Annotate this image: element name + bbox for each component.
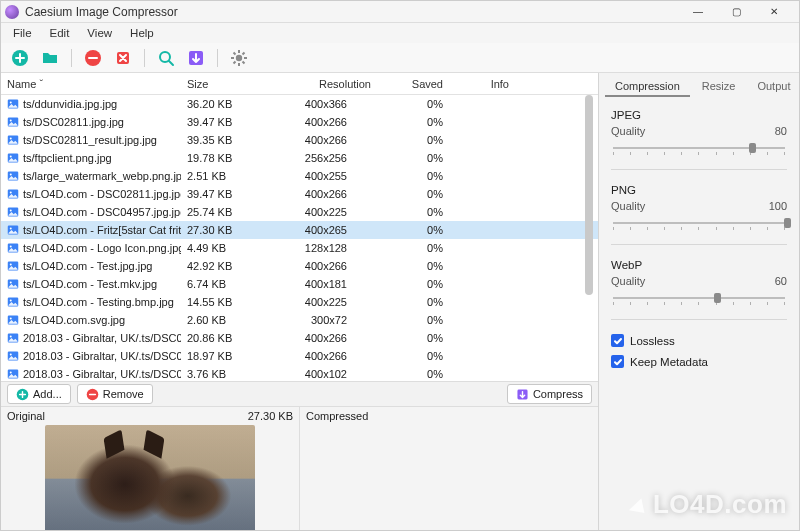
col-header-saved[interactable]: Saved (377, 73, 449, 94)
preview-original-image[interactable] (1, 425, 299, 531)
image-file-icon (7, 152, 19, 164)
file-saved: 0% (377, 278, 449, 290)
table-header[interactable]: Name ˇ Size Resolution Saved Info (1, 73, 598, 95)
file-saved: 0% (377, 206, 449, 218)
svg-point-19 (10, 210, 12, 212)
tab-compression[interactable]: Compression (605, 77, 690, 97)
scrollbar[interactable] (582, 95, 596, 381)
file-saved: 0% (377, 188, 449, 200)
table-row[interactable]: ts/LO4D.com - DSC04957.jpg.jpg25.74 KB40… (1, 203, 598, 221)
jpeg-quality-slider[interactable] (611, 141, 787, 159)
file-resolution: 400x225 (277, 206, 377, 218)
divider (611, 244, 787, 245)
preview-compressed-image[interactable] (300, 425, 598, 531)
file-name: ts/ftpclient.png.jpg (23, 152, 112, 164)
col-header-info[interactable]: Info (449, 73, 515, 94)
menubar: File Edit View Help (1, 23, 799, 43)
remove-file-button[interactable] (82, 47, 104, 69)
file-resolution: 400x181 (277, 278, 377, 290)
col-header-resolution[interactable]: Resolution (277, 73, 377, 94)
file-name: ts/LO4D.com.svg.jpg (23, 314, 125, 326)
png-quality-slider[interactable] (611, 216, 787, 234)
file-name: ts/LO4D.com - Test.mkv.jpg (23, 278, 157, 290)
file-size: 14.55 KB (181, 296, 277, 308)
file-size: 39.47 KB (181, 116, 277, 128)
clear-list-button[interactable] (112, 47, 134, 69)
divider (611, 319, 787, 320)
right-tabs: Compression Resize Output (599, 73, 799, 97)
table-row[interactable]: 2018.03 - Gibraltar, UK/.ts/DSC04602-Edi… (1, 365, 598, 381)
menu-file[interactable]: File (5, 25, 40, 41)
svg-point-37 (10, 372, 12, 374)
table-row[interactable]: 2018.03 - Gibraltar, UK/.ts/DSC04595.jpg… (1, 329, 598, 347)
lossless-checkbox[interactable]: Lossless (611, 334, 787, 347)
table-row[interactable]: ts/DSC02811.jpg.jpg39.47 KB400x2660% (1, 113, 598, 131)
tab-output[interactable]: Output (747, 77, 800, 97)
svg-point-13 (10, 156, 12, 158)
table-row[interactable]: ts/LO4D.com - Test.mkv.jpg6.74 KB400x181… (1, 275, 598, 293)
add-folder-button[interactable] (39, 47, 61, 69)
table-row[interactable]: ts/LO4D.com - Logo Icon.png.jpg4.49 KB12… (1, 239, 598, 257)
file-name: ts/large_watermark_webp.png.jpg (23, 170, 181, 182)
preview-compressed-label: Compressed (306, 410, 368, 422)
svg-point-29 (10, 300, 12, 302)
file-resolution: 400x266 (277, 332, 377, 344)
add-file-button[interactable] (9, 47, 31, 69)
file-saved: 0% (377, 314, 449, 326)
file-saved: 0% (377, 170, 449, 182)
table-row[interactable]: ts/DSC02811_result.jpg.jpg39.35 KB400x26… (1, 131, 598, 149)
table-row[interactable]: ts/LO4D.com - Testing.bmp.jpg14.55 KB400… (1, 293, 598, 311)
settings-button[interactable] (228, 47, 250, 69)
left-pane: Name ˇ Size Resolution Saved Info ts/ddu… (1, 73, 599, 530)
file-saved: 0% (377, 134, 449, 146)
maximize-button[interactable]: ▢ (717, 1, 755, 23)
scrollbar-thumb[interactable] (585, 95, 593, 295)
file-size: 36.20 KB (181, 98, 277, 110)
right-panel: Compression Resize Output JPEG Quality 8… (599, 73, 799, 530)
menu-help[interactable]: Help (122, 25, 162, 41)
remove-button[interactable]: Remove (77, 384, 153, 404)
keep-metadata-checkbox[interactable]: Keep Metadata (611, 355, 787, 368)
file-resolution: 400x265 (277, 224, 377, 236)
file-saved: 0% (377, 242, 449, 254)
compress-action-button[interactable]: Compress (507, 384, 592, 404)
file-name: ts/LO4D.com - DSC04957.jpg.jpg (23, 206, 181, 218)
image-file-icon (7, 332, 19, 344)
minimize-button[interactable]: — (679, 1, 717, 23)
menu-edit[interactable]: Edit (42, 25, 78, 41)
table-body[interactable]: ts/ddunvidia.jpg.jpg36.20 KB400x3660%ts/… (1, 95, 598, 381)
image-file-icon (7, 206, 19, 218)
file-size: 42.92 KB (181, 260, 277, 272)
compress-button[interactable] (185, 47, 207, 69)
svg-point-31 (10, 318, 12, 320)
table-row[interactable]: ts/LO4D.com - Test.jpg.jpg42.92 KB400x26… (1, 257, 598, 275)
table-row[interactable]: ts/LO4D.com.svg.jpg2.60 KB300x720% (1, 311, 598, 329)
add-button[interactable]: Add... (7, 384, 71, 404)
cat-image (45, 425, 255, 531)
svg-point-27 (10, 282, 12, 284)
png-quality-value: 100 (769, 200, 787, 212)
toolbar-separator (71, 49, 72, 67)
file-size: 6.74 KB (181, 278, 277, 290)
tab-resize[interactable]: Resize (692, 77, 746, 97)
png-quality-label: Quality (611, 200, 645, 212)
menu-view[interactable]: View (79, 25, 120, 41)
image-file-icon (7, 278, 19, 290)
table-row[interactable]: ts/ftpclient.png.jpg19.78 KB256x2560% (1, 149, 598, 167)
table-row[interactable]: ts/large_watermark_webp.png.jpg2.51 KB40… (1, 167, 598, 185)
preview-button[interactable] (155, 47, 177, 69)
webp-quality-slider[interactable] (611, 291, 787, 309)
file-name: ts/DSC02811_result.jpg.jpg (23, 134, 157, 146)
sort-indicator-icon: ˇ (39, 78, 43, 90)
table-row[interactable]: ts/LO4D.com - Fritz[5star Cat fritz lo4d… (1, 221, 598, 239)
table-row[interactable]: ts/ddunvidia.jpg.jpg36.20 KB400x3660% (1, 95, 598, 113)
image-file-icon (7, 224, 19, 236)
col-header-name[interactable]: Name ˇ (1, 73, 181, 94)
table-row[interactable]: ts/LO4D.com - DSC02811.jpg.jpg39.47 KB40… (1, 185, 598, 203)
close-button[interactable]: ✕ (755, 1, 793, 23)
image-file-icon (7, 98, 19, 110)
table-row[interactable]: 2018.03 - Gibraltar, UK/.ts/DSC04598.jpg… (1, 347, 598, 365)
image-file-icon (7, 116, 19, 128)
col-header-size[interactable]: Size (181, 73, 277, 94)
image-file-icon (7, 296, 19, 308)
